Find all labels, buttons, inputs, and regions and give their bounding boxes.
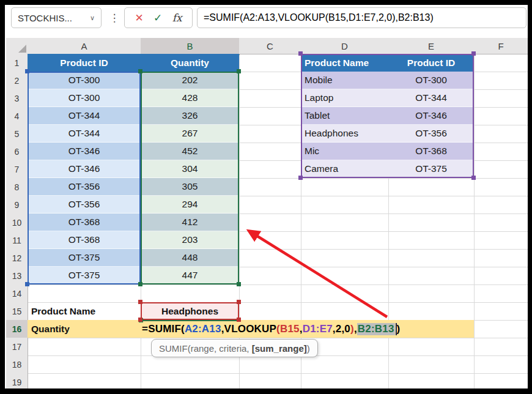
cell-b9[interactable]: 294	[141, 196, 239, 214]
cell-d7[interactable]: Camera	[301, 160, 388, 178]
cell-a5[interactable]: OT-344	[28, 125, 141, 143]
cell-e3[interactable]: OT-344	[388, 89, 474, 107]
cell-e7[interactable]: OT-375	[388, 160, 474, 178]
formula-segment-11: B2:B13	[357, 323, 395, 335]
row-header-15[interactable]: 15	[6, 302, 28, 321]
cell-a1-header[interactable]: Product ID	[28, 54, 141, 72]
row-header-7[interactable]: 7	[6, 160, 28, 179]
cell-b5[interactable]: 267	[141, 125, 239, 143]
cell-d6[interactable]: Mic	[301, 143, 388, 160]
cell-d3[interactable]: Laptop	[301, 89, 388, 107]
range-b15-handle[interactable]	[138, 300, 142, 304]
cell-b13[interactable]: 447	[141, 267, 239, 284]
cell-b4[interactable]: 326	[141, 107, 239, 125]
column-header-b[interactable]: B	[141, 38, 240, 55]
cell-e4[interactable]: OT-346	[388, 107, 474, 125]
cell-a3[interactable]: OT-300	[28, 89, 141, 107]
range-b2-b13-handle[interactable]	[237, 69, 241, 73]
row-header-8[interactable]: 8	[6, 178, 28, 196]
row-header-9[interactable]: 9	[6, 196, 28, 214]
range-a2-a13-handle[interactable]	[25, 282, 29, 286]
row-header-11[interactable]: 11	[6, 231, 28, 250]
cell-e6[interactable]: OT-368	[388, 143, 474, 160]
cell-b3[interactable]: 428	[141, 89, 239, 107]
name-box-value: STOCKHIS...	[18, 13, 72, 23]
row-header-19[interactable]: 19	[6, 373, 28, 388]
chevron-down-icon[interactable]: ∨	[90, 14, 95, 22]
cell-a8[interactable]: OT-356	[28, 178, 141, 196]
cell-a11[interactable]: OT-368	[28, 231, 141, 249]
insert-function-icon[interactable]: fx	[172, 12, 182, 24]
cell-a13[interactable]: OT-375	[28, 267, 141, 284]
tooltip-text: SUMIF(range, criteria,	[159, 343, 252, 354]
confirm-icon[interactable]: ✓	[153, 12, 162, 24]
range-b15-handle[interactable]	[237, 300, 241, 304]
cell-d4[interactable]: Tablet	[301, 107, 388, 125]
column-header-f[interactable]: F	[474, 38, 528, 54]
range-d1-e7-handle[interactable]	[298, 51, 303, 56]
column-header-a[interactable]: A	[28, 38, 141, 54]
formula-buttons: ✕ ✓ fx	[124, 7, 193, 28]
range-b15-handle[interactable]	[237, 318, 241, 322]
cell-e1-header[interactable]: Product ID	[388, 54, 474, 72]
row-header-14[interactable]: 14	[6, 284, 28, 303]
range-d1-e7-handle[interactable]	[298, 176, 303, 180]
range-b15-handle[interactable]	[138, 318, 142, 322]
cell-a7[interactable]: OT-346	[28, 160, 141, 178]
cell-b11[interactable]: 203	[141, 231, 239, 249]
row-header-12[interactable]: 12	[6, 249, 28, 267]
formula-bar-input[interactable]: =SUMIF(A2:A13,VLOOKUP(B15,D1:E7,2,0),B2:…	[197, 7, 526, 28]
cell-a16-quantity-label[interactable]: Quantity	[31, 320, 70, 338]
cell-a9[interactable]: OT-356	[28, 196, 141, 214]
cell-a12[interactable]: OT-375	[28, 249, 141, 267]
formula-segment-5: B15	[280, 323, 300, 335]
formula-segment-8: ,2,0	[333, 323, 350, 335]
cell-e5[interactable]: OT-356	[388, 125, 474, 143]
cell-b15-criteria-value[interactable]: Headphones	[141, 302, 239, 320]
cell-a10[interactable]: OT-368	[28, 214, 141, 231]
cell-e2[interactable]: OT-300	[388, 72, 474, 89]
cell-b6[interactable]: 452	[141, 143, 239, 160]
cell-d1-header[interactable]: Product Name	[301, 54, 388, 72]
cell-b7[interactable]: 304	[141, 160, 239, 178]
row-header-16[interactable]: 16	[6, 320, 28, 338]
row-header-2[interactable]: 2	[6, 72, 28, 90]
formula-segment-3: VLOOKUP	[224, 323, 276, 335]
row-header-6[interactable]: 6	[6, 143, 28, 161]
cell-d5[interactable]: Headphones	[301, 125, 388, 143]
cell-b2[interactable]: 202	[141, 72, 239, 89]
cell-b12[interactable]: 448	[141, 249, 239, 267]
column-header-d[interactable]: D	[301, 38, 389, 54]
kebab-menu-icon[interactable]: ⋮	[109, 7, 120, 28]
range-a2-a13-handle[interactable]	[25, 69, 29, 73]
column-header-c[interactable]: C	[239, 38, 301, 54]
row-header-3[interactable]: 3	[6, 89, 28, 108]
column-header-e[interactable]: E	[388, 38, 475, 54]
cell-a4[interactable]: OT-344	[28, 107, 141, 125]
row-header-4[interactable]: 4	[6, 107, 28, 125]
row-header-5[interactable]: 5	[6, 125, 28, 143]
cell-a2[interactable]: OT-300	[28, 72, 141, 89]
cell-b8[interactable]: 305	[141, 178, 239, 196]
select-all-triangle-icon	[18, 45, 26, 53]
row-header-10[interactable]: 10	[6, 214, 28, 232]
range-d1-e7-handle[interactable]	[471, 51, 476, 56]
cell-a6[interactable]: OT-346	[28, 143, 141, 160]
row-header-17[interactable]: 17	[6, 338, 28, 356]
tooltip-close-paren: )	[307, 343, 310, 354]
cell-a15-product-name-label[interactable]: Product Name	[31, 302, 95, 320]
cell-d2[interactable]: Mobile	[301, 72, 388, 89]
formula-segment-0: =SUMIF(	[142, 323, 185, 335]
range-b2-b13-handle[interactable]	[237, 282, 241, 286]
excel-window: STOCKHIS... ∨ ⋮ ✕ ✓ fx =SUMIF(A2:A13,VLO…	[5, 5, 528, 388]
range-b2-b13-handle[interactable]	[138, 69, 142, 73]
cell-b16-formula-editor[interactable]: =SUMIF(A2:A13,VLOOKUP(B15,D1:E7,2,0),B2:…	[142, 320, 400, 338]
range-b2-b13-handle[interactable]	[138, 282, 142, 286]
cancel-icon[interactable]: ✕	[135, 12, 143, 24]
row-header-18[interactable]: 18	[6, 355, 28, 374]
cell-b1-header[interactable]: Quantity	[141, 54, 239, 72]
name-box[interactable]: STOCKHIS... ∨	[11, 7, 102, 28]
select-all-corner[interactable]	[6, 38, 28, 54]
range-d1-e7-handle[interactable]	[471, 176, 476, 180]
cell-b10[interactable]: 412	[141, 214, 239, 231]
